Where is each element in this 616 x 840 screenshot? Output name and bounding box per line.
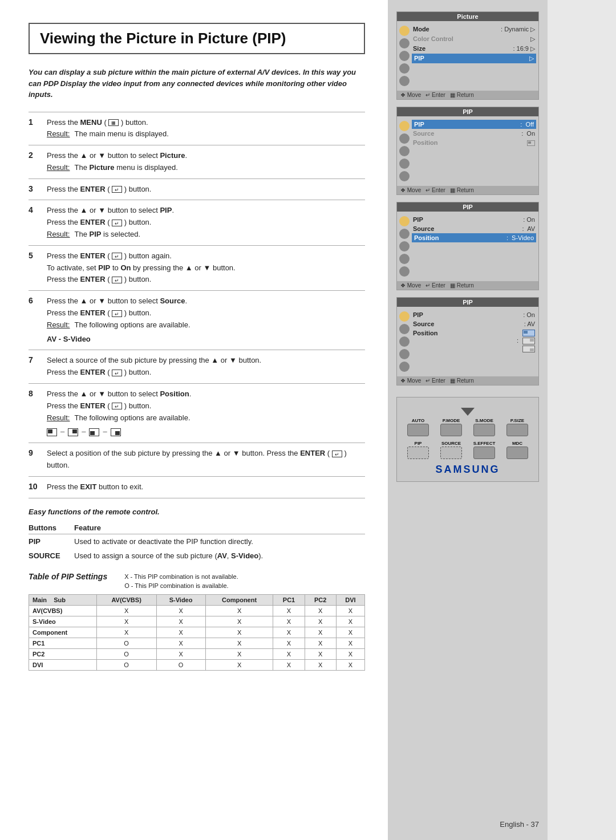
menu-screen-pip3: PIP PIP : On Source : AV Position [396, 297, 539, 385]
remote-btn-smode[interactable] [473, 424, 495, 436]
icon-p1-1 [399, 121, 410, 131]
remote-btn-label-psize: P.SIZE [510, 418, 524, 423]
menu-footer-2: ❖ Move ↵ Enter ▦ Return [397, 186, 538, 194]
remote-btn-group-seffect: S.EFFECT [469, 441, 500, 459]
pip-value-cell: X [305, 605, 336, 616]
pip-col-pc2: PC2 [305, 594, 336, 605]
remote-btn-group-pmode: P.MODE [436, 418, 467, 436]
menu-icons-pip3 [397, 309, 413, 374]
pip-value-cell: O [96, 638, 156, 648]
step-1-result: The main menu is displayed. [74, 128, 168, 140]
pip-value-cell: X [273, 627, 305, 638]
remote-btn-pmode[interactable] [440, 424, 462, 436]
menu-row-mode: Mode : Dynamic ▷ [413, 25, 535, 34]
step-content-9: Select a position of the sub picture by … [47, 448, 365, 472]
menu-footer-1: ❖ Move ↵ Enter ▦ Return [397, 91, 538, 99]
menu-screen-pip1: PIP PIP : Off Source : On Positi [396, 107, 539, 195]
menu-body-picture: Mode : Dynamic ▷ Color Control ▷ Size : … [397, 21, 538, 91]
menu-title-pip2: PIP [397, 202, 538, 212]
menu-icons-pip1 [397, 119, 413, 184]
menu-row-pip-off: PIP : Off [412, 120, 536, 129]
col-buttons: Buttons [29, 522, 74, 534]
remote-btn-label-pmode: P.MODE [443, 418, 460, 423]
menu-rows-pip2: PIP : On Source : AV Position : S-Video [413, 214, 538, 279]
icon-p1-5 [399, 171, 410, 181]
pip-col-dvi: DVI [336, 594, 364, 605]
remote-btn-label-pip: PIP [415, 441, 422, 446]
menu-row-pip-highlighted: PIP ▷ [412, 54, 536, 63]
remote-arrow [403, 408, 533, 416]
icon-p2-1 [399, 216, 410, 226]
pip-col-component: Component [205, 594, 273, 605]
pip-table-row: DVIOOXXXX [29, 659, 365, 670]
menu-footer-3: ❖ Move ↵ Enter ▦ Return [397, 281, 538, 290]
pip-value-cell: X [205, 605, 273, 616]
menu-rows-pip3: PIP : On Source : AV Position : [413, 309, 538, 374]
icon-p2-5 [399, 266, 410, 277]
remote-btn-auto[interactable] [407, 424, 429, 436]
pip-value-cell: X [96, 616, 156, 627]
legend-x: X - This PIP combination is not availabl… [124, 572, 238, 582]
feature-pip: Used to activate or deactivate the PIP f… [74, 534, 365, 549]
menu-icons-pip2 [397, 214, 413, 279]
pip-value-cell: X [205, 638, 273, 648]
step-8-result: The following options are available. [74, 412, 190, 424]
remote-btn-label-smode: S.MODE [475, 418, 493, 423]
icon-1 [399, 26, 410, 36]
remote-section: AUTO P.MODE S.MODE P.SIZE PIP SOURC [396, 397, 539, 482]
step-number-4: 4 [29, 205, 40, 240]
col-feature: Feature [74, 522, 365, 534]
steps-container: 1 Press the MENU ( ▦ ) button. Result: T… [29, 112, 365, 498]
page-title: Viewing the Picture in Picture (PIP) [40, 30, 354, 47]
menu-row-colorcontrol: Color Control ▷ [413, 34, 535, 44]
step-7: 7 Select a source of the sub picture by … [29, 350, 365, 384]
remote-buttons-row2: PIP SOURCE S.EFFECT MDC [403, 441, 533, 459]
pip-value-cell: X [336, 648, 364, 659]
icon-p3-1 [399, 311, 410, 322]
remote-btn-mdc[interactable] [506, 447, 528, 459]
step-number-1: 1 [29, 117, 40, 141]
menu-body-pip2: PIP : On Source : AV Position : S-Video [397, 212, 538, 281]
result-label-2: Result: [47, 162, 70, 174]
remote-btn-seffect[interactable] [473, 447, 495, 459]
pip-main-cell: Component [29, 627, 97, 638]
step-3: 3 Press the ENTER ( ↵ ) button. [29, 179, 365, 201]
pip-settings-title: Table of PIP Settings [29, 572, 107, 591]
icon-p1-4 [399, 159, 410, 169]
step-content-3: Press the ENTER ( ↵ ) button. [47, 184, 365, 196]
remote-btn-source[interactable] [440, 447, 462, 459]
step-10: 10 Press the EXIT button to exit. [29, 477, 365, 498]
step-2: 2 Press the ▲ or ▼ button to select Pict… [29, 145, 365, 179]
table-row-pip: PIP Used to activate or deactivate the P… [29, 534, 365, 549]
remote-btn-psize[interactable] [506, 424, 528, 436]
intro-paragraph: You can display a sub picture within the… [29, 67, 365, 100]
pip-value-cell: O [96, 648, 156, 659]
btn-source: SOURCE [29, 549, 74, 563]
pip-table-row: ComponentXXXXXX [29, 627, 365, 638]
step-content-1: Press the MENU ( ▦ ) button. Result: The… [47, 117, 365, 141]
menu-row-size: Size : 16:9 ▷ [413, 44, 535, 54]
pip-main-cell: S-Video [29, 616, 97, 627]
menu-row-source-av3: Source : AV [413, 319, 535, 328]
icon-p3-3 [399, 336, 410, 347]
menu-icons-picture [397, 23, 413, 88]
pip-value-cell: X [156, 627, 205, 638]
remote-buttons-row1: AUTO P.MODE S.MODE P.SIZE [403, 418, 533, 436]
remote-btn-group-pip: PIP [403, 441, 433, 459]
step-2-result: The Picture menu is displayed. [74, 162, 177, 174]
pip-value-cell: O [156, 659, 205, 670]
menu-rows-pip1: PIP : Off Source : On Position [413, 119, 538, 184]
remote-btn-group-source: SOURCE [436, 441, 467, 459]
menu-screen-picture: Picture Mode : Dynamic ▷ Color Control ▷ [396, 11, 539, 100]
pip-value-cell: X [205, 627, 273, 638]
step-number-7: 7 [29, 355, 40, 379]
position-icon-tr [68, 428, 78, 436]
menu-footer-4: ❖ Move ↵ Enter ▦ Return [397, 376, 538, 385]
step-content-7: Select a source of the sub picture by pr… [47, 355, 365, 379]
menu-row-position1: Position [413, 138, 535, 147]
pip-table-row: PC2OXXXXX [29, 648, 365, 659]
step-number-3: 3 [29, 184, 40, 196]
remote-btn-pip[interactable] [407, 447, 429, 459]
pip-value-cell: X [305, 616, 336, 627]
pip-col-main-sub: Main Sub [29, 594, 97, 605]
